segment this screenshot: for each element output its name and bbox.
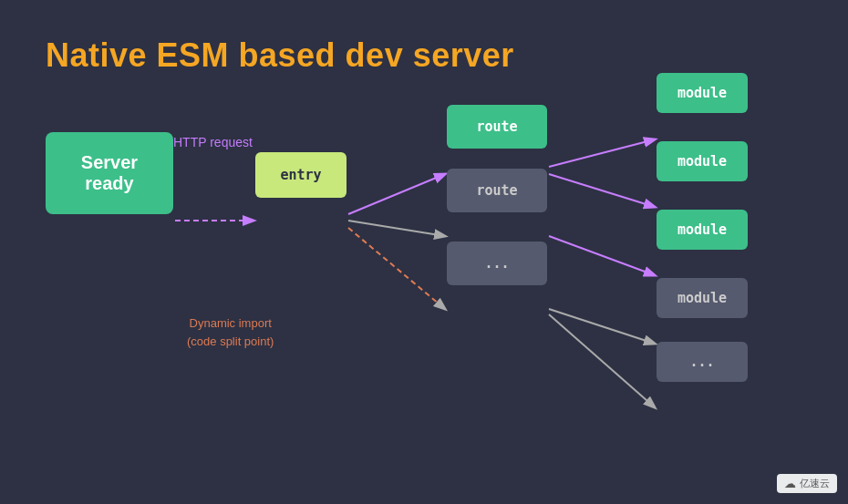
- server-node: Server ready: [46, 132, 173, 214]
- module4-node: module: [657, 278, 748, 318]
- svg-line-3: [348, 228, 445, 309]
- svg-line-7: [549, 309, 655, 344]
- entry-node: entry: [255, 152, 346, 198]
- svg-line-1: [348, 174, 445, 214]
- http-request-label: HTTP request: [173, 135, 253, 149]
- module5-node: ...: [657, 342, 748, 382]
- module1-node: module: [657, 73, 748, 113]
- svg-line-4: [549, 139, 655, 167]
- dynamic-import-label: Dynamic import (code split point): [187, 314, 274, 350]
- dots-node: ...: [447, 242, 547, 285]
- module2-node: module: [657, 141, 748, 181]
- watermark: ☁ 亿速云: [777, 474, 837, 493]
- svg-line-5: [549, 174, 655, 207]
- slide: Native ESM based dev server: [0, 0, 848, 504]
- route1-node: route: [447, 105, 547, 149]
- svg-line-2: [348, 221, 445, 236]
- svg-line-6: [549, 236, 655, 275]
- svg-line-8: [549, 314, 655, 407]
- module3-node: module: [657, 210, 748, 250]
- route2-node: route: [447, 169, 547, 212]
